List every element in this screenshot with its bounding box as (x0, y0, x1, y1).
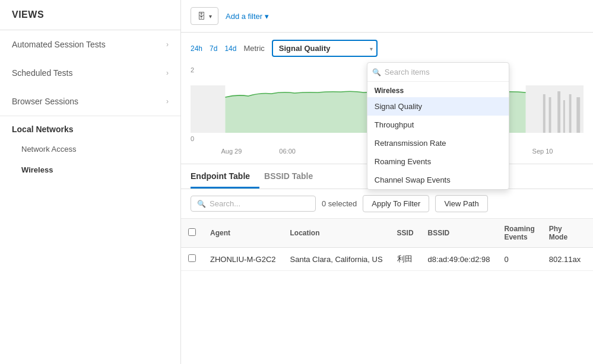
table-search-wrapper: 🔍 (191, 196, 316, 212)
time-24h-button[interactable]: 24h (191, 44, 202, 53)
dropdown-item-signal-quality[interactable]: Signal Quality (367, 97, 509, 116)
data-table: Agent Location SSID BSSID RoamingEvents … (181, 219, 593, 271)
sidebar: VIEWS Automated Session Tests › Schedule… (0, 0, 181, 364)
svg-rect-0 (191, 85, 225, 133)
svg-rect-7 (576, 97, 580, 133)
table-body: ZHONLIU-M-G2C2 Santa Clara, California, … (181, 248, 593, 271)
sidebar-item-automated-session-tests[interactable]: Automated Session Tests › (0, 30, 180, 59)
svg-rect-6 (569, 94, 572, 133)
metric-label: Metric (243, 44, 264, 53)
table-scroll[interactable]: Agent Location SSID BSSID RoamingEvents … (181, 219, 593, 364)
svg-rect-2 (543, 94, 546, 133)
add-filter-button[interactable]: Add a filter ▾ (226, 12, 269, 21)
sidebar-item-browser-sessions[interactable]: Browser Sessions › (0, 87, 180, 116)
dropdown-item-retransmission-rate[interactable]: Retransmission Rate (367, 134, 509, 152)
dropdown-section-label: Wireless (367, 82, 509, 97)
select-all-header[interactable] (181, 219, 203, 248)
select-all-checkbox[interactable] (188, 228, 196, 236)
chevron-right-icon: › (166, 69, 169, 77)
chart-y-bottom-label: 0 (191, 135, 194, 142)
svg-rect-4 (557, 91, 560, 133)
svg-rect-3 (549, 97, 551, 133)
table-area: Endpoint Table BSSID Table 🔍 0 selected … (181, 164, 593, 364)
col-ssid: SSID (390, 219, 421, 248)
sidebar-local-networks-group: Local Networks Network Access Wireless (0, 116, 180, 180)
svg-rect-5 (563, 100, 565, 133)
col-agent: Agent (203, 219, 283, 248)
selected-count: 0 selected (322, 199, 357, 208)
cell-agent: ZHONLIU-M-G2C2 (203, 248, 283, 271)
col-bssid: BSSID (421, 219, 497, 248)
dropdown-search-input[interactable] (385, 68, 504, 76)
search-icon: 🔍 (372, 68, 381, 76)
tab-bssid-table[interactable]: BSSID Table (264, 164, 322, 189)
dropdown-item-throughput[interactable]: Throughput (367, 116, 509, 134)
metric-dropdown: 🔍 Wireless Signal Quality Throughput Ret… (367, 62, 509, 190)
cell-roaming-events: 0 (497, 248, 541, 271)
col-channel: Channel (588, 219, 593, 248)
table-toolbar: 🔍 0 selected Apply To Filter View Path (181, 189, 593, 219)
sidebar-sub-item-network-access[interactable]: Network Access (0, 139, 180, 159)
cell-ssid: 利田 (390, 248, 421, 271)
dropdown-item-channel-swap-events[interactable]: Channel Swap Events (367, 171, 509, 189)
chart-controls: 24h 7d 14d Metric Signal Quality Through… (191, 40, 584, 57)
row-checkbox[interactable] (188, 254, 196, 262)
chevron-down-icon: ▾ (265, 12, 269, 21)
sidebar-item-scheduled-tests[interactable]: Scheduled Tests › (0, 59, 180, 87)
sidebar-item-label: Scheduled Tests (12, 68, 72, 78)
chevron-right-icon: › (166, 97, 169, 106)
database-icon: 🗄 (197, 11, 205, 21)
dropdown-search-container: 🔍 (367, 63, 509, 82)
sidebar-nav-section: Automated Session Tests › Scheduled Test… (0, 30, 180, 116)
row-checkbox-cell[interactable] (181, 248, 203, 271)
main-content: 🗄 ▾ Add a filter ▾ 24h 7d 14d Metric Sig… (181, 0, 593, 364)
chevron-right-icon: › (166, 40, 169, 49)
col-location: Location (283, 219, 390, 248)
time-14d-button[interactable]: 14d (224, 44, 236, 53)
metric-select-wrapper: Signal Quality Throughput Retransmission… (272, 40, 378, 57)
top-toolbar: 🗄 ▾ Add a filter ▾ (181, 0, 593, 33)
sidebar-header: VIEWS (0, 0, 180, 30)
table-row: ZHONLIU-M-G2C2 Santa Clara, California, … (181, 248, 593, 271)
table-search-input[interactable] (210, 199, 309, 208)
chevron-down-icon: ▾ (209, 13, 212, 20)
svg-rect-1 (526, 85, 584, 133)
apply-to-filter-button[interactable]: Apply To Filter (363, 195, 429, 212)
cell-bssid: d8:ad:49:0e:d2:98 (421, 248, 497, 271)
metric-select[interactable]: Signal Quality Throughput Retransmission… (272, 40, 378, 57)
cell-channel: 6 (588, 248, 593, 271)
sidebar-sub-item-wireless[interactable]: Wireless (0, 159, 180, 180)
sidebar-item-label: Browser Sessions (12, 97, 78, 106)
col-phy-mode: PhyMode (542, 219, 588, 248)
chart-y-top-label: 2 (191, 66, 194, 74)
table-header: Agent Location SSID BSSID RoamingEvents … (181, 219, 593, 248)
chart-area: 24h 7d 14d Metric Signal Quality Through… (181, 33, 593, 164)
search-icon: 🔍 (197, 200, 206, 208)
tab-endpoint-table[interactable]: Endpoint Table (191, 164, 259, 189)
db-selector[interactable]: 🗄 ▾ (191, 7, 218, 25)
sidebar-group-label: Local Networks (0, 116, 180, 139)
cell-phy-mode: 802.11ax (542, 248, 588, 271)
sidebar-item-label: Automated Session Tests (12, 40, 106, 49)
time-7d-button[interactable]: 7d (210, 44, 217, 53)
cell-location: Santa Clara, California, US (283, 248, 390, 271)
col-roaming-events: RoamingEvents (497, 219, 541, 248)
sidebar-title: VIEWS (12, 9, 44, 20)
dropdown-item-roaming-events[interactable]: Roaming Events (367, 152, 509, 171)
view-path-button[interactable]: View Path (435, 195, 487, 212)
